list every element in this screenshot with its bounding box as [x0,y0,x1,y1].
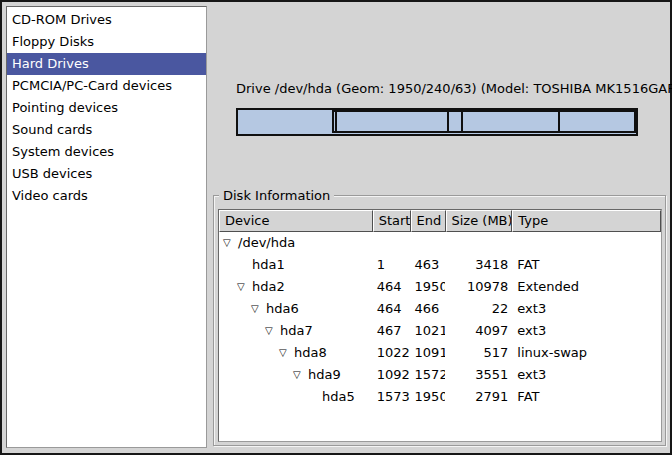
sidebar-item-system-devices[interactable]: System devices [7,141,206,163]
end-cell: 1950 [411,276,446,298]
end-cell: 463 [411,254,446,276]
table-header-row: Device Start End Size (MB) Type [219,210,661,232]
table-row-hda9[interactable]: ▽hda9 1092 1572 3551 ext3 [219,364,661,386]
column-header-start[interactable]: Start [373,210,411,232]
expander-icon[interactable]: ▽ [293,364,308,386]
table-row-dev-hda[interactable]: ▽/dev/hda [219,232,661,254]
table-row-hda8[interactable]: ▽hda8 1022 1091 517 linux-swap [219,342,661,364]
sidebar-item-cdrom-drives[interactable]: CD-ROM Drives [7,9,206,31]
expander-icon[interactable]: ▽ [265,320,280,342]
sidebar-item-pcmcia-devices[interactable]: PCMCIA/PC-Card devices [7,75,206,97]
type-cell: ext3 [512,364,661,386]
hardware-browser-window: CD-ROM Drives Floppy Disks Hard Drives P… [0,0,672,455]
type-cell: ext3 [512,298,661,320]
bar-extended-partition [332,110,636,133]
end-cell: 1572 [411,364,446,386]
table-row-hda5[interactable]: hda5 1573 1950 2791 FAT [219,386,661,408]
device-name: hda5 [322,386,355,408]
start-cell: 464 [373,276,411,298]
type-cell: ext3 [512,320,661,342]
type-cell: linux-swap [512,342,661,364]
drive-partition-bar [236,108,638,136]
end-cell [411,232,446,254]
expander-icon[interactable]: ▽ [237,276,252,298]
column-header-device[interactable]: Device [219,210,373,232]
device-name: hda1 [252,254,285,276]
table-row-hda2[interactable]: ▽hda2 464 1950 10978 Extended [219,276,661,298]
expander-icon[interactable]: ▽ [251,298,266,320]
start-cell: 1092 [373,364,411,386]
size-cell: 517 [445,342,512,364]
device-name: hda6 [266,298,299,320]
device-name: /dev/hda [238,232,295,254]
size-cell: 2791 [445,386,512,408]
size-cell [445,232,512,254]
size-cell: 3551 [445,364,512,386]
size-cell: 4097 [445,320,512,342]
sidebar-item-usb-devices[interactable]: USB devices [7,163,206,185]
sidebar-item-hard-drives[interactable]: Hard Drives [7,53,206,75]
bar-segment-divider-hda9 [558,112,560,131]
expander-icon[interactable]: ▽ [279,342,294,364]
sidebar-item-video-cards[interactable]: Video cards [7,185,206,207]
type-cell: FAT [512,254,661,276]
sidebar-item-sound-cards[interactable]: Sound cards [7,119,206,141]
type-cell [512,232,661,254]
start-cell [373,232,411,254]
type-cell: Extended [512,276,661,298]
device-name: hda9 [308,364,341,386]
expander-icon[interactable]: ▽ [223,232,238,254]
start-cell: 467 [373,320,411,342]
device-name: hda8 [294,342,327,364]
sidebar-item-pointing-devices[interactable]: Pointing devices [7,97,206,119]
start-cell: 1573 [373,386,411,408]
disk-information-table: Device Start End Size (MB) Type ▽/dev/hd… [218,209,662,442]
device-name: hda2 [252,276,285,298]
device-category-list: CD-ROM Drives Floppy Disks Hard Drives P… [6,6,207,448]
device-name: hda7 [280,320,313,342]
disk-information-label: Disk Information [219,188,334,203]
column-header-end[interactable]: End [411,210,446,232]
column-header-size[interactable]: Size (MB) [446,210,513,232]
start-cell: 1 [373,254,411,276]
start-cell: 1022 [373,342,411,364]
expander-spacer [307,386,322,408]
bar-segment-divider-hda6 [335,112,337,131]
size-cell: 10978 [445,276,512,298]
expander-spacer [237,254,252,276]
start-cell: 464 [373,298,411,320]
drive-title: Drive /dev/hda (Geom: 1950/240/63) (Mode… [236,81,638,96]
bar-segment-hda1 [238,110,332,134]
column-header-type[interactable]: Type [512,210,661,232]
end-cell: 1091 [411,342,446,364]
size-cell: 22 [445,298,512,320]
end-cell: 1021 [411,320,446,342]
table-row-hda1[interactable]: hda1 1 463 3418 FAT [219,254,661,276]
bar-segment-divider-hda7 [447,112,449,131]
type-cell: FAT [512,386,661,408]
end-cell: 1950 [411,386,446,408]
sidebar-item-floppy-disks[interactable]: Floppy Disks [7,31,206,53]
table-row-hda6[interactable]: ▽hda6 464 466 22 ext3 [219,298,661,320]
bar-segment-divider-hda8 [461,112,463,131]
size-cell: 3418 [445,254,512,276]
end-cell: 466 [411,298,446,320]
table-row-hda7[interactable]: ▽hda7 467 1021 4097 ext3 [219,320,661,342]
